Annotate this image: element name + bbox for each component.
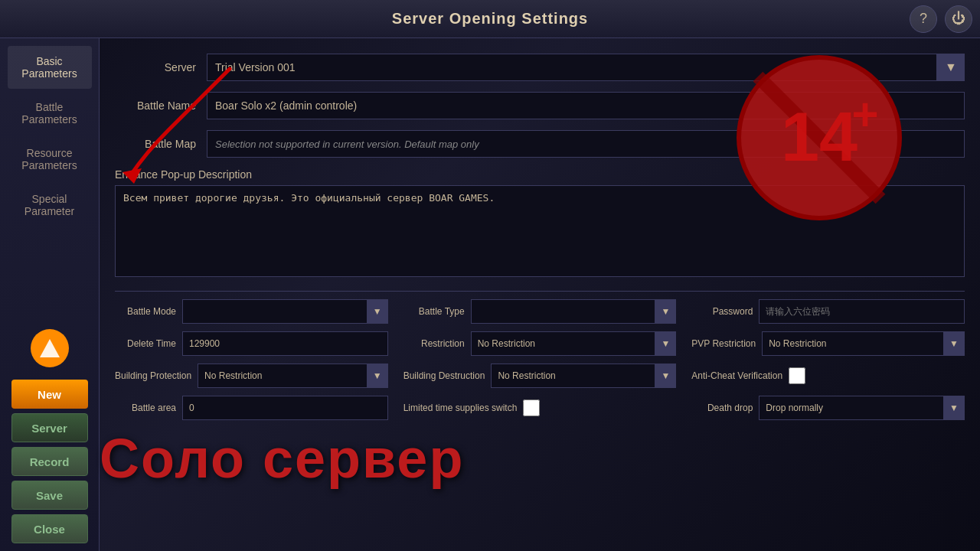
sidebar-item-battle-parameters[interactable]: Battle Parameters (8, 92, 92, 135)
main-content: Server ▼ Battle Name Battle Map Selectio… (100, 38, 980, 551)
anti-cheat-item: Anti-Cheat Verification (691, 364, 965, 388)
parameters-grid: Battle Mode ▼ Battle Type ▼ Password (115, 299, 965, 420)
sidebar: Basic Parameters Battle Parameters Resou… (0, 38, 100, 551)
battle-map-label: Battle Map (115, 138, 207, 150)
help-button[interactable]: ? (910, 5, 937, 33)
save-button[interactable]: Save (11, 481, 88, 510)
power-button[interactable]: ⏻ (945, 5, 972, 33)
building-destruction-label: Building Destruction (403, 370, 485, 381)
pvp-restriction-item: PVP Restriction No Restriction ▼ (691, 331, 965, 356)
password-item: Password (691, 299, 965, 324)
battle-mode-label: Battle Mode (115, 306, 176, 317)
battle-name-label: Battle Name (115, 99, 207, 112)
battle-mode-select-wrapper: ▼ (182, 299, 388, 324)
building-destruction-select[interactable]: No Restriction (491, 364, 676, 388)
password-input[interactable] (759, 299, 965, 324)
battle-area-label: Battle area (115, 403, 176, 413)
entrance-popup-textarea[interactable]: Всем привет дорогие друзья. Это официаль… (115, 185, 965, 277)
delete-time-input[interactable] (182, 331, 388, 356)
server-label: Server (115, 61, 207, 73)
password-label: Password (691, 306, 753, 317)
new-button[interactable]: New (11, 380, 88, 409)
battle-type-label: Battle Type (403, 306, 465, 317)
death-drop-label: Death drop (691, 403, 753, 413)
server-dropdown-arrow[interactable]: ▼ (937, 54, 965, 81)
pvp-restriction-select[interactable]: No Restriction (762, 331, 965, 356)
battle-mode-item: Battle Mode ▼ (115, 299, 388, 324)
anti-cheat-checkbox[interactable] (789, 367, 805, 384)
record-button[interactable]: Record (11, 447, 88, 476)
server-input[interactable] (207, 54, 937, 81)
building-destruction-select-wrapper: No Restriction ▼ (491, 364, 676, 388)
entrance-popup-section: Entrance Pop-up Description Всем привет … (115, 168, 965, 280)
page-title: Server Opening Settings (392, 10, 588, 28)
restriction-label: Restriction (403, 338, 465, 349)
pvp-restriction-select-wrapper: No Restriction ▼ (762, 331, 965, 356)
server-select-wrapper: ▼ (207, 54, 965, 81)
restriction-select-wrapper: No Restriction ▼ (471, 331, 677, 356)
sidebar-item-resource-parameters[interactable]: Resource Parameters (8, 138, 92, 181)
pvp-restriction-label: PVP Restriction (691, 338, 756, 349)
battle-map-info: Selection not supported in current versi… (207, 130, 965, 158)
battle-mode-select[interactable] (182, 299, 388, 324)
battle-name-row: Battle Name (115, 92, 965, 119)
battle-area-input[interactable] (182, 396, 388, 420)
svg-marker-0 (40, 339, 60, 357)
header-bar: Server Opening Settings ? ⏻ (0, 0, 980, 38)
building-protection-label: Building Protection (115, 370, 191, 381)
limited-time-checkbox[interactable] (523, 399, 540, 416)
battle-map-row: Battle Map Selection not supported in cu… (115, 130, 965, 158)
delete-time-label: Delete Time (115, 338, 176, 349)
sidebar-item-special-parameter[interactable]: Special Parameter (8, 184, 92, 227)
server-row: Server ▼ (115, 54, 965, 81)
battle-type-select[interactable] (471, 299, 677, 324)
restriction-item: Restriction No Restriction ▼ (403, 331, 677, 356)
death-drop-select-wrapper: Drop normally ▼ (759, 396, 965, 420)
building-destruction-item: Building Destruction No Restriction ▼ (403, 364, 677, 388)
sidebar-bottom: New Server Record Save Close (0, 321, 99, 551)
battle-area-item: Battle area (115, 396, 388, 420)
death-drop-item: Death drop Drop normally ▼ (691, 396, 965, 420)
divider (115, 291, 965, 292)
death-drop-select[interactable]: Drop normally (759, 396, 965, 420)
limited-time-label: Limited time supplies switch (403, 403, 518, 413)
close-button[interactable]: Close (11, 514, 88, 543)
header-icons: ? ⏻ (910, 5, 972, 33)
entrance-popup-label: Entrance Pop-up Description (115, 168, 965, 181)
battle-name-input[interactable] (207, 92, 965, 119)
limited-time-item: Limited time supplies switch (403, 396, 677, 420)
delete-time-item: Delete Time (115, 331, 388, 356)
battle-type-select-wrapper: ▼ (471, 299, 677, 324)
restriction-select[interactable]: No Restriction (471, 331, 677, 356)
anti-cheat-label: Anti-Cheat Verification (691, 370, 782, 381)
building-protection-item: Building Protection No Restriction ▼ (115, 364, 388, 388)
building-protection-select-wrapper: No Restriction ▼ (198, 364, 388, 388)
sidebar-logo (31, 329, 69, 367)
sidebar-item-basic-parameters[interactable]: Basic Parameters (8, 46, 92, 89)
server-button[interactable]: Server (11, 413, 88, 442)
building-protection-select[interactable]: No Restriction (198, 364, 388, 388)
battle-type-item: Battle Type ▼ (403, 299, 677, 324)
